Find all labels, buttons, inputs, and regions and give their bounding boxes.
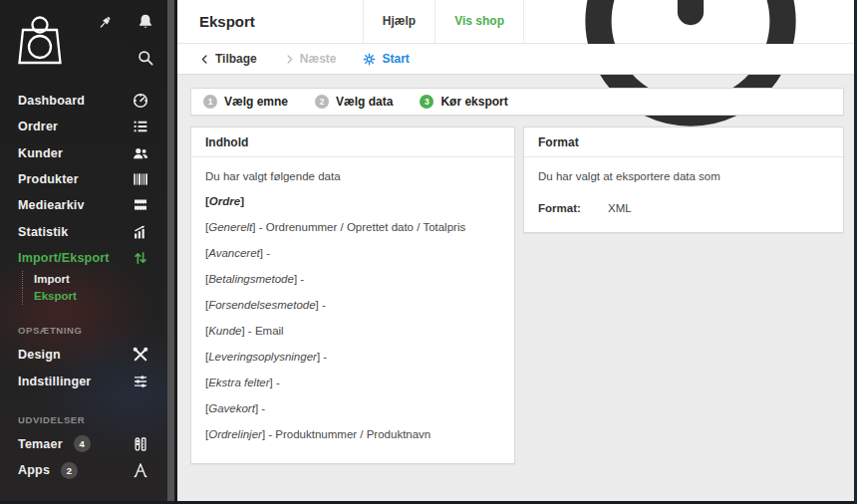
users-icon [132, 144, 149, 162]
format-value: XML [608, 202, 632, 214]
sidebar-item-label: Ordrer [18, 120, 58, 133]
selected-data-line: [Ordrelinjer] - Produktnummer / Produktn… [205, 427, 500, 441]
sidebar-section-ops-tning: OPSÆTNING [0, 305, 165, 342]
sidebar-item-label: Indstillinger [18, 375, 91, 388]
sidebar-item-label: Temaer [18, 437, 63, 451]
barcode-icon [132, 170, 149, 188]
header: Eksport Hjælp Vis shop [177, 0, 857, 44]
selected-data-line: [Generelt] - Ordrenummer / Oprettet dato… [205, 220, 500, 234]
sidebar-item-dashboard[interactable]: Dashboard [0, 88, 165, 114]
selected-data-line: [Forsendelsesmetode] - [205, 298, 500, 312]
start-button[interactable]: Start [363, 52, 409, 66]
sidebar-scrollbar[interactable] [167, 0, 174, 504]
step-number: 3 [420, 95, 433, 109]
step-number: 2 [315, 95, 329, 109]
view-shop-button[interactable]: Vis shop [434, 0, 523, 43]
sidebar-item-mediearkiv[interactable]: Mediearkiv [0, 192, 165, 218]
sidebar-item-label: Dashboard [18, 94, 85, 108]
media-icon [132, 196, 149, 214]
selected-data-line: [Kunde] - Email [205, 324, 500, 338]
list-icon [132, 118, 149, 135]
chevron-right-icon [284, 54, 295, 65]
chevron-left-icon [199, 54, 210, 65]
format-panel-body: Du har valgt at eksportere data som Form… [524, 157, 843, 232]
sidebar-subitem-import[interactable]: Import [22, 271, 165, 288]
design-tools-icon [132, 346, 149, 364]
selected-data-line: [Gavekort] - [205, 401, 500, 415]
format-panel-title: Format [524, 127, 843, 157]
sidebar-item-produkter[interactable]: Produkter [0, 166, 165, 192]
sidebar-item-label: Produkter [18, 172, 79, 186]
sliders-icon [132, 373, 149, 390]
wizard-step-v-lg-emne: 1Vælg emne [203, 95, 288, 109]
apps-icon [132, 461, 149, 479]
sidebar-item-label: Kunder [18, 146, 63, 160]
back-button-label: Tilbage [215, 52, 257, 66]
tachometer-icon [132, 92, 149, 110]
format-label: Format: [538, 202, 608, 214]
sidebar-subitem-eksport[interactable]: Eksport [22, 288, 165, 305]
next-button-disabled[interactable]: Næste [284, 52, 337, 66]
export-admin-page: DashboardOrdrerKunderProdukterMediearkiv… [0, 0, 857, 504]
format-panel: Format Du har valgt at eksportere data s… [523, 126, 844, 233]
next-button-label: Næste [300, 52, 337, 66]
help-button[interactable]: Hjælp [363, 0, 434, 43]
sidebar-menu: DashboardOrdrerKunderProdukterMediearkiv… [0, 88, 165, 504]
import-export-icon [132, 249, 149, 267]
shop-bag-logo[interactable] [18, 14, 62, 68]
step-number: 1 [203, 95, 217, 109]
panels-row: Indhold Du har valgt følgende data [Ordr… [190, 126, 844, 464]
sidebar-item-design[interactable]: Design [0, 342, 165, 368]
sidebar-item-indstillinger[interactable]: Indstillinger [0, 368, 165, 393]
count-badge: 2 [61, 462, 78, 479]
format-row: Format: XML [538, 202, 829, 214]
sidebar-item-label: Statistik [18, 225, 68, 239]
chart-icon [132, 223, 149, 241]
page-title: Eksport [177, 0, 255, 43]
logout-button[interactable] [523, 0, 857, 43]
sidebar-item-ordrer[interactable]: Ordrer [0, 114, 165, 139]
sidebar-item-temaer[interactable]: Temaer4 [0, 431, 165, 457]
sidebar-item-apps[interactable]: Apps2 [0, 457, 165, 483]
sidebar-item-import-eksport[interactable]: Import/Eksport [0, 245, 165, 271]
sidebar-item-label: Apps [18, 463, 50, 477]
main-content: 1Vælg emne2Vælg data3Kør eksport Indhold… [177, 75, 857, 504]
selected-data-line: [Ekstra felter] - [205, 376, 500, 389]
search-icon[interactable] [136, 48, 155, 68]
selected-data-line: [Betalingsmetode] - [205, 272, 500, 286]
wizard-step-k-r-eksport: 3Kør eksport [420, 95, 507, 109]
sidebar-item-statistik[interactable]: Statistik [0, 218, 165, 244]
sidebar-item-label: Design [18, 348, 61, 362]
sidebar: DashboardOrdrerKunderProdukterMediearkiv… [0, 0, 177, 504]
gear-icon [363, 53, 376, 66]
wizard-toolbar: Tilbage Næste Start [177, 44, 857, 75]
content-panel-title: Indhold [191, 127, 514, 157]
sidebar-item-label: Mediearkiv [18, 198, 85, 212]
content-panel: Indhold Du har valgt følgende data [Ordr… [190, 126, 515, 464]
format-intro: Du har valgt at eksportere data som [538, 170, 829, 182]
sidebar-item-kunder[interactable]: Kunder [0, 140, 165, 166]
content-panel-body: Du har valgt følgende data [Ordre][Gener… [191, 157, 514, 463]
back-button[interactable]: Tilbage [199, 52, 257, 66]
sidebar-section-udvidelser: UDVIDELSER [0, 394, 165, 431]
start-button-label: Start [382, 52, 409, 66]
bell-icon[interactable] [136, 12, 155, 32]
selected-data-list: [Ordre][Generelt] - Ordrenummer / Oprett… [205, 194, 500, 441]
themes-icon [132, 435, 149, 453]
step-label: Vælg emne [224, 95, 288, 109]
selected-data-line: [Leveringsoplysninger] - [205, 350, 500, 364]
wizard-step-v-lg-data: 2Vælg data [315, 95, 393, 109]
count-badge: 4 [74, 435, 91, 452]
sidebar-item-label: Import/Eksport [18, 251, 110, 265]
pin-icon[interactable] [96, 14, 114, 32]
header-actions: Hjælp Vis shop [363, 0, 857, 43]
step-label: Vælg data [336, 95, 393, 109]
wizard-steps: 1Vælg emne2Vælg data3Kør eksport [190, 88, 844, 116]
selected-data-line: [Avanceret] - [205, 246, 500, 260]
selected-data-line: [Ordre] [205, 194, 500, 208]
content-intro: Du har valgt følgende data [205, 170, 500, 182]
step-label: Kør eksport [440, 95, 507, 109]
